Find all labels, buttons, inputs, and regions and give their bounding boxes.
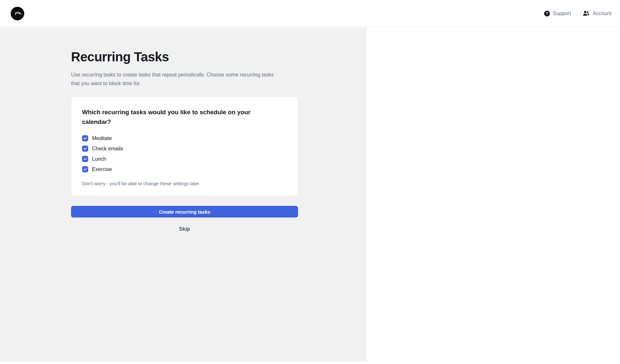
support-label: Support [553, 11, 571, 16]
check-icon [83, 147, 87, 151]
option-label: Exercise [92, 167, 112, 172]
checkbox-lunch[interactable] [82, 156, 88, 162]
people-icon [583, 11, 590, 16]
support-button[interactable]: ? Support [544, 11, 571, 16]
option-row: Check emails [82, 146, 287, 152]
option-label: Lunch [92, 156, 106, 162]
card-question: Which recurring tasks would you like to … [82, 107, 256, 127]
checkbox-meditate[interactable] [82, 135, 88, 141]
right-panel: MON Lunch TUE [367, 27, 620, 364]
option-row: Lunch [82, 156, 287, 162]
checkbox-check-emails[interactable] [82, 146, 88, 152]
option-label: Check emails [92, 146, 123, 152]
skip-button[interactable]: Skip [71, 226, 298, 232]
account-button[interactable]: Account [583, 11, 612, 16]
checkbox-exercise[interactable] [82, 166, 88, 172]
top-navbar: ? Support Account [0, 0, 620, 27]
account-label: Account [593, 11, 612, 16]
page-description: Use recurring tasks to create tasks that… [71, 70, 278, 88]
page: ? Support Account Recurring Tasks Use re… [0, 0, 620, 364]
onboarding-content: Recurring Tasks Use recurring tasks to c… [71, 49, 298, 232]
left-panel: Recurring Tasks Use recurring tasks to c… [0, 27, 367, 361]
check-icon [83, 167, 87, 171]
card-note: Don't worry - you'll be able to change t… [82, 181, 287, 186]
recurring-tasks-card: Which recurring tasks would you like to … [71, 96, 298, 196]
option-row: Exercise [82, 166, 287, 172]
motion-logo[interactable] [11, 7, 24, 20]
recurring-task-options: Meditate Check emails Lunch Exercise [82, 135, 287, 172]
motion-logo-icon [13, 9, 22, 18]
option-row: Meditate [82, 135, 287, 141]
create-recurring-tasks-button[interactable]: Create recurring tasks [71, 206, 298, 217]
check-icon [83, 157, 87, 161]
help-question-icon: ? [544, 11, 550, 16]
check-icon [83, 136, 87, 140]
option-label: Meditate [92, 136, 112, 141]
page-title: Recurring Tasks [71, 49, 298, 65]
nav-right-group: ? Support Account [544, 11, 612, 16]
